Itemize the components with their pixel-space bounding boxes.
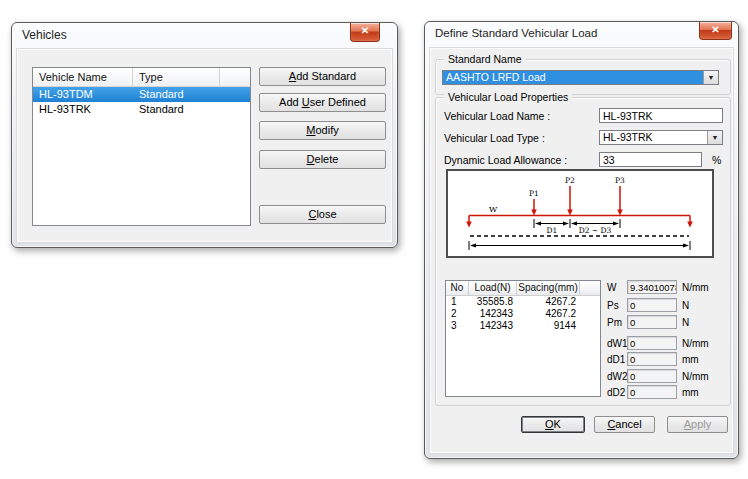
ps-field-row: Ps 0 N: [607, 298, 689, 312]
table-row[interactable]: 2 142343 4267.2: [446, 308, 600, 320]
vehicle-list-header: Vehicle Name Type: [33, 68, 250, 87]
ps-value-field: 0: [627, 298, 677, 312]
vehicle-name-cell: HL-93TDM: [33, 87, 133, 102]
ps-label: Ps: [607, 300, 627, 311]
load-name-label: Vehicular Load Name :: [444, 110, 550, 122]
button-label-post: dd Standard: [296, 70, 356, 82]
vehicles-titlebar[interactable]: Vehicles ✕: [12, 23, 397, 48]
define-standard-vehicular-load-dialog: Define Standard Vehicular Load ✕ Standar…: [424, 21, 739, 459]
pm-value-field: 0: [627, 315, 677, 329]
column-header-vehicle-name[interactable]: Vehicle Name: [33, 68, 133, 87]
diagram-d2d3-label: D2 ~ D3: [579, 226, 612, 235]
define-dialog-title: Define Standard Vehicular Load: [435, 27, 597, 39]
load-diagram-svg: W P1 P2 P3 D1 D2 ~ D3: [448, 171, 712, 256]
dd2-unit: mm: [682, 387, 699, 398]
no-cell: 2: [446, 308, 469, 320]
button-label-post: lose: [316, 208, 336, 220]
dd2-label: dD2: [607, 387, 627, 398]
column-header-filler: [580, 281, 600, 296]
diagram-p3-label: P3: [615, 176, 625, 185]
column-header-load: Load(N): [469, 281, 517, 296]
ps-unit: N: [682, 300, 689, 311]
cancel-button[interactable]: Cancel: [594, 416, 655, 433]
button-label-post: ancel: [615, 418, 641, 430]
delete-button[interactable]: Delete: [259, 150, 386, 169]
button-label-mnemonic: D: [307, 153, 315, 165]
page: { "colors": {"selection_blue": "#2f8fe0"…: [0, 0, 748, 479]
button-label-post: ser Defined: [310, 96, 366, 108]
vehicles-dialog-title: Vehicles: [22, 28, 67, 42]
no-cell: 1: [446, 296, 469, 308]
w-unit: N/mm: [682, 282, 709, 293]
dw2-unit: N/mm: [682, 371, 709, 382]
load-name-field[interactable]: [599, 108, 723, 123]
load-cell: 142343: [469, 308, 517, 320]
table-row[interactable]: 3 142343 9144: [446, 320, 600, 332]
button-label-pre: Add: [279, 96, 302, 108]
ok-button[interactable]: OK: [521, 416, 585, 433]
column-header-filler: [220, 68, 250, 87]
diagram-d1-label: D1: [547, 226, 558, 235]
diagram-p2-label: P2: [565, 176, 575, 185]
table-row-selected[interactable]: HL-93TDM Standard: [33, 87, 250, 102]
w-field-row: W 9.34010078 N/mm: [607, 280, 709, 294]
column-header-spacing: Spacing(mm): [517, 281, 580, 296]
dd2-field-row: dD2 0 mm: [607, 385, 699, 399]
close-icon: ✕: [361, 25, 369, 36]
load-table[interactable]: No Load(N) Spacing(mm) 1 35585.8 4267.2 …: [445, 280, 601, 397]
load-type-combo-value: HL-93TRK: [600, 131, 707, 144]
button-label-mnemonic: A: [684, 418, 691, 430]
table-row[interactable]: HL-93TRK Standard: [33, 102, 250, 117]
dw1-field-row: dW1 0 N/mm: [607, 336, 709, 350]
pm-field-row: Pm 0 N: [607, 315, 689, 329]
dynamic-allowance-field[interactable]: [599, 152, 702, 167]
add-user-defined-button[interactable]: Add User Defined: [259, 93, 386, 112]
button-label-mnemonic: U: [302, 96, 310, 108]
close-icon: ✕: [711, 24, 719, 35]
spacing-cell: 4267.2: [517, 308, 580, 320]
dd1-unit: mm: [682, 354, 699, 365]
dd2-value-field: 0: [627, 385, 677, 399]
button-label-post: odify: [315, 124, 338, 136]
load-type-label: Vehicular Load Type :: [444, 132, 545, 144]
vehicle-type-cell: Standard: [133, 102, 220, 117]
dw1-value-field: 0: [627, 336, 677, 350]
close-button[interactable]: ✕: [350, 23, 380, 42]
standard-name-combo-value: AASHTO LRFD Load: [443, 71, 703, 84]
dw2-value-field: 0: [627, 369, 677, 383]
modify-button[interactable]: Modify: [259, 121, 386, 140]
chevron-down-icon[interactable]: ▼: [707, 131, 722, 144]
column-header-no: No: [446, 281, 469, 296]
dd1-field-row: dD1 0 mm: [607, 352, 699, 366]
chevron-down-icon[interactable]: ▼: [703, 71, 718, 84]
add-standard-button[interactable]: Add Standard: [259, 67, 386, 86]
w-value-field: 9.34010078: [627, 280, 677, 294]
dw1-label: dW1: [607, 338, 627, 349]
close-button[interactable]: ✕: [699, 22, 732, 40]
dynamic-allowance-unit: %: [712, 154, 721, 166]
button-label-post: elete: [315, 153, 339, 165]
column-header-type[interactable]: Type: [133, 68, 220, 87]
pm-unit: N: [682, 317, 689, 328]
vehicular-load-properties-label: Vehicular Load Properties: [444, 91, 572, 103]
dw2-label: dW2: [607, 371, 627, 382]
close-dialog-button[interactable]: Close: [259, 205, 386, 224]
load-diagram: W P1 P2 P3 D1 D2 ~ D3: [446, 169, 714, 258]
vehicles-dialog: Vehicles ✕ Vehicle Name Type HL-93TDM St…: [11, 22, 398, 248]
apply-button[interactable]: Apply: [667, 416, 728, 433]
diagram-p1-label: P1: [529, 189, 539, 198]
table-row[interactable]: 1 35585.8 4267.2: [446, 296, 600, 308]
pm-label: Pm: [607, 317, 627, 328]
vehicle-list[interactable]: Vehicle Name Type HL-93TDM Standard HL-9…: [32, 67, 251, 226]
spacing-cell: 4267.2: [517, 296, 580, 308]
button-label-mnemonic: O: [545, 418, 554, 430]
define-titlebar[interactable]: Define Standard Vehicular Load ✕: [425, 22, 738, 47]
standard-name-combo[interactable]: AASHTO LRFD Load ▼: [442, 70, 719, 85]
dd1-value-field: 0: [627, 352, 677, 366]
dynamic-allowance-label: Dynamic Load Allowance :: [444, 154, 567, 166]
load-type-combo[interactable]: HL-93TRK ▼: [599, 130, 723, 145]
spacing-cell: 9144: [517, 320, 580, 332]
load-table-header: No Load(N) Spacing(mm): [446, 281, 600, 296]
load-cell: 142343: [469, 320, 517, 332]
w-label: W: [607, 282, 627, 293]
